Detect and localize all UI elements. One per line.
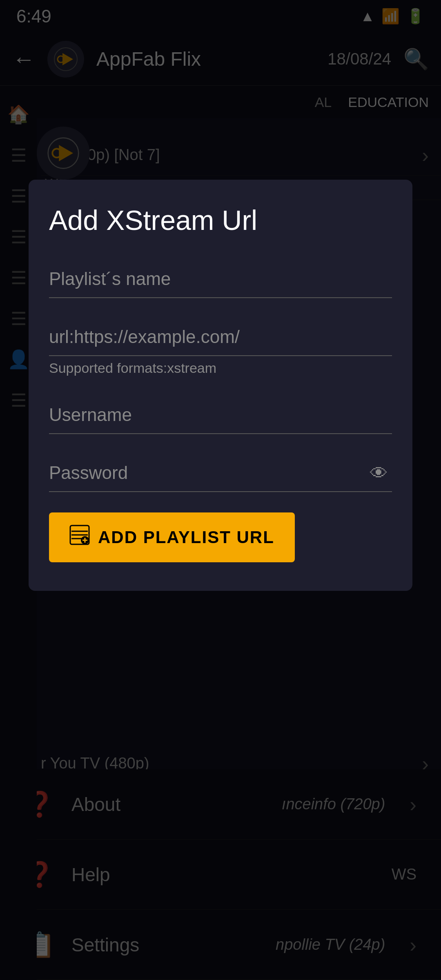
playlist-name-input[interactable] xyxy=(49,261,392,298)
add-playlist-icon xyxy=(69,525,90,550)
playlist-name-group xyxy=(49,261,392,298)
password-group: 👁 xyxy=(49,454,392,492)
add-playlist-label: ADD PLAYLIST URL xyxy=(98,528,274,547)
password-wrapper: 👁 xyxy=(49,454,392,492)
username-input[interactable] xyxy=(49,396,392,434)
password-input[interactable] xyxy=(49,454,392,492)
dialog-title: Add XStream Url xyxy=(49,204,392,236)
url-input[interactable] xyxy=(49,318,392,356)
url-hint: Supported formats:xstream xyxy=(49,360,392,376)
username-group xyxy=(49,396,392,434)
password-toggle-icon[interactable]: 👁 xyxy=(370,463,388,483)
add-playlist-url-button[interactable]: ADD PLAYLIST URL xyxy=(49,512,295,562)
add-xstream-dialog: Add XStream Url Supported formats:xstrea… xyxy=(29,180,412,591)
url-group: Supported formats:xstream xyxy=(49,318,392,376)
